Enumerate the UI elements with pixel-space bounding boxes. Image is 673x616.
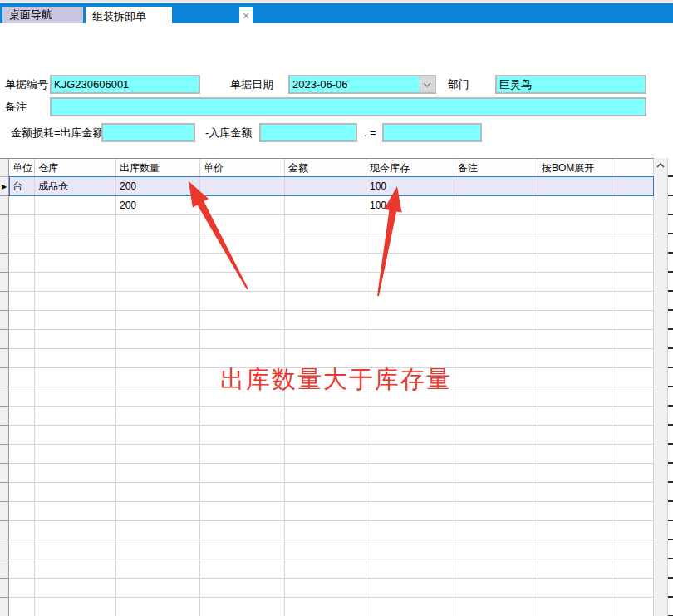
dept-input[interactable] [495, 75, 646, 94]
row-selector[interactable] [0, 330, 9, 349]
table-cell[interactable] [454, 292, 538, 311]
table-cell[interactable] [200, 502, 285, 521]
table-cell[interactable] [366, 559, 454, 579]
table-cell[interactable] [366, 464, 454, 483]
table-cell[interactable] [285, 464, 366, 483]
table-cell[interactable] [116, 502, 200, 521]
row-selector[interactable] [0, 445, 9, 464]
table-cell[interactable] [538, 292, 612, 311]
table-cell[interactable]: 200 [116, 177, 200, 196]
table-cell[interactable] [116, 368, 200, 387]
table-cell[interactable] [9, 598, 35, 616]
table-cell[interactable] [9, 464, 35, 483]
scroll-up-icon[interactable] [654, 160, 667, 176]
table-row[interactable] [0, 579, 654, 598]
table-cell[interactable] [454, 368, 538, 387]
table-cell[interactable] [454, 598, 538, 616]
table-cell[interactable] [454, 579, 538, 598]
table-cell[interactable] [35, 273, 116, 292]
table-cell[interactable] [200, 540, 285, 559]
table-cell[interactable] [612, 330, 654, 349]
table-cell[interactable] [35, 349, 116, 368]
row-selector[interactable] [0, 598, 9, 616]
table-cell[interactable] [538, 521, 612, 540]
table-cell[interactable] [200, 330, 285, 349]
table-cell[interactable] [454, 349, 538, 368]
table-cell[interactable] [612, 521, 654, 540]
table-row[interactable] [0, 311, 654, 330]
table-cell[interactable] [538, 598, 612, 616]
table-cell[interactable] [454, 215, 538, 234]
table-cell[interactable] [9, 292, 35, 311]
table-cell[interactable] [35, 445, 116, 464]
table-cell[interactable] [9, 273, 35, 292]
tab-desktop-navigation[interactable]: 桌面导航 [2, 7, 83, 23]
table-row[interactable] [0, 540, 654, 559]
table-cell[interactable] [200, 311, 285, 330]
row-selector[interactable] [0, 559, 9, 579]
table-row[interactable] [0, 521, 654, 540]
table-cell[interactable] [538, 368, 612, 387]
table-cell[interactable] [285, 426, 366, 445]
table-cell[interactable] [454, 311, 538, 330]
table-cell[interactable] [454, 559, 538, 579]
table-cell[interactable] [285, 407, 366, 426]
table-cell[interactable] [285, 598, 366, 616]
row-selector[interactable] [0, 387, 9, 407]
table-cell[interactable] [285, 254, 366, 273]
table-cell[interactable] [9, 387, 35, 407]
table-row[interactable]: 200100 [0, 196, 654, 215]
table-cell[interactable] [285, 292, 366, 311]
table-cell[interactable] [9, 215, 35, 234]
table-cell[interactable] [35, 502, 116, 521]
table-cell[interactable] [366, 426, 454, 445]
table-cell[interactable] [116, 445, 200, 464]
table-cell[interactable] [454, 540, 538, 559]
table-cell[interactable] [200, 598, 285, 616]
table-cell[interactable] [538, 464, 612, 483]
table-cell[interactable] [538, 311, 612, 330]
table-cell[interactable] [612, 426, 654, 445]
table-row[interactable] [0, 598, 654, 616]
column-header[interactable]: 仓库 [35, 159, 116, 177]
table-cell[interactable]: 100 [366, 196, 454, 215]
table-cell[interactable] [9, 349, 35, 368]
table-cell[interactable] [116, 215, 200, 234]
table-cell[interactable] [116, 579, 200, 598]
table-cell[interactable] [285, 483, 366, 502]
table-cell[interactable] [538, 445, 612, 464]
table-cell[interactable] [116, 483, 200, 502]
table-cell[interactable] [116, 426, 200, 445]
column-header[interactable]: 金额 [285, 159, 366, 177]
table-cell[interactable] [285, 521, 366, 540]
table-cell[interactable] [612, 234, 654, 254]
table-cell[interactable] [285, 311, 366, 330]
row-selector[interactable] [0, 254, 9, 273]
table-cell[interactable] [538, 234, 612, 254]
table-cell[interactable]: 100 [366, 177, 454, 196]
table-cell[interactable] [366, 483, 454, 502]
loss-result-input[interactable] [382, 123, 482, 142]
table-cell[interactable] [35, 215, 116, 234]
table-row[interactable] [0, 234, 654, 254]
table-row[interactable] [0, 254, 654, 273]
table-cell[interactable] [200, 426, 285, 445]
doc-no-input[interactable] [50, 75, 200, 94]
table-cell[interactable] [612, 196, 654, 215]
vertical-scrollbar[interactable] [654, 158, 668, 616]
row-selector[interactable] [0, 273, 9, 292]
table-cell[interactable] [612, 445, 654, 464]
table-cell[interactable] [612, 254, 654, 273]
row-selector[interactable] [0, 311, 9, 330]
table-cell[interactable] [9, 521, 35, 540]
table-cell[interactable] [454, 254, 538, 273]
table-row[interactable] [0, 273, 654, 292]
table-cell[interactable] [200, 273, 285, 292]
row-selector[interactable] [0, 464, 9, 483]
row-selector[interactable] [0, 292, 9, 311]
table-cell[interactable] [200, 196, 285, 215]
table-cell[interactable] [9, 483, 35, 502]
table-cell[interactable] [200, 559, 285, 579]
table-cell[interactable] [116, 234, 200, 254]
table-cell[interactable] [35, 311, 116, 330]
